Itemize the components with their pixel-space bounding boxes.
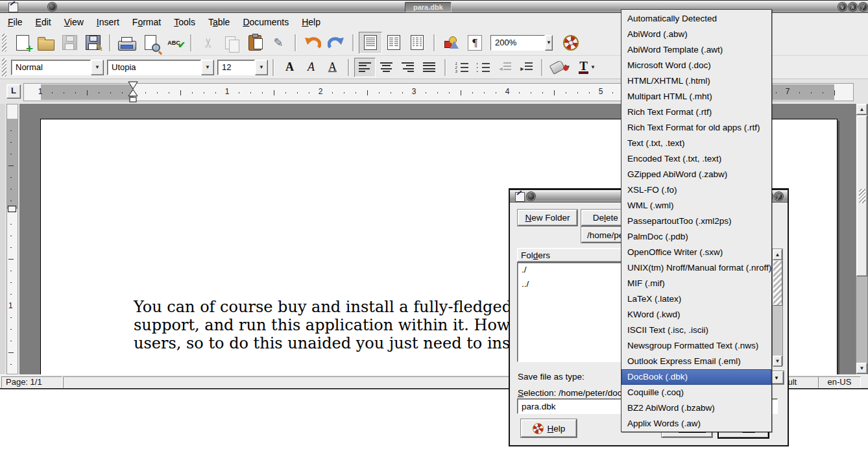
undo-button[interactable] [301,32,324,54]
align-justify-button[interactable] [418,58,440,77]
redo-button[interactable] [324,32,348,54]
highlight-color-button[interactable]: ▼ [548,58,573,77]
print-preview-button[interactable] [139,32,162,54]
new-document-button[interactable] [11,32,34,54]
text-color-button[interactable]: T▼ [573,58,601,77]
window-menu-button[interactable] [48,3,56,11]
folder-item[interactable]: ./ [518,263,625,277]
columns-3-button[interactable] [405,32,429,54]
file-type-option[interactable]: BZ2 AbiWord (.bzabw) [621,400,771,416]
file-type-option[interactable]: Outlook Express Email (.eml) [621,354,771,369]
menu-item[interactable]: Documents [243,17,289,27]
help-button[interactable] [559,32,583,54]
file-type-option[interactable]: Automatically Detected [621,11,771,27]
file-type-option[interactable]: Multipart HTML (.mht) [621,89,771,104]
menu-item[interactable]: File [8,17,23,27]
scroll-up-button[interactable]: ▲ [856,104,867,115]
zoom-combo[interactable]: ▼ [490,35,553,51]
print-button[interactable] [115,32,139,54]
files-scrollbar-thumb[interactable] [773,260,782,306]
menu-item[interactable]: Table [208,17,230,27]
tab-selector-button[interactable]: L [6,84,21,99]
font-size-dropdown-arrow[interactable]: ▼ [255,60,268,75]
menu-item[interactable]: View [64,17,84,27]
numbered-list-button[interactable]: 123 [451,58,472,77]
columns-1-button[interactable] [359,32,382,54]
bullet-list-button[interactable]: ••• [472,58,494,77]
formatting-marks-button[interactable]: ¶ [463,32,487,54]
zoom-dropdown-arrow[interactable]: ▼ [545,35,553,51]
files-scrollbar[interactable]: ▲ ▼ [772,249,783,366]
toolbar-grip[interactable] [2,58,6,77]
file-type-option[interactable]: PalmDoc (.pdb) [621,229,771,245]
menu-item[interactable]: Tools [174,17,195,27]
align-left-button[interactable] [354,58,376,77]
dialog-close-button[interactable]: ╱ [775,192,783,201]
increase-indent-button[interactable]: ► [515,58,536,77]
font-combo[interactable]: Utopia ▼ [107,60,214,75]
vertical-scrollbar[interactable]: ▲ ▼ [856,104,867,374]
scrollbar-thumb[interactable] [856,116,867,276]
vertical-ruler[interactable]: 1 [5,104,19,374]
file-type-option[interactable]: WML (.wml) [621,198,771,213]
pen-tool-button[interactable]: ✎ [267,32,290,54]
file-type-option[interactable]: GZipped AbiWord (.zabw) [621,167,771,182]
columns-2-button[interactable] [382,32,405,54]
underline-button[interactable]: A [322,58,343,77]
zoom-input[interactable] [490,35,545,51]
new-folder-button[interactable]: New Folder [518,210,577,226]
file-type-option[interactable]: ISCII Text (.isc, .iscii) [621,323,771,338]
file-type-option[interactable]: Rich Text Format (.rtf) [621,104,771,120]
menu-item[interactable]: Format [132,17,161,27]
file-type-option[interactable]: Coquille (.coq) [621,385,771,400]
window-shade-button[interactable]: ∨ [838,3,847,11]
top-margin-marker[interactable] [8,206,16,212]
file-type-option[interactable]: Microsoft Word (.doc) [621,58,771,73]
file-type-option[interactable]: LaTeX (.latex) [621,291,771,307]
file-type-option[interactable]: HTML/XHTML (.html) [621,73,771,89]
menu-item[interactable]: Edit [36,17,51,27]
file-type-option[interactable]: UNIX(tm) Nroff/Manual format (.nroff) [621,260,771,276]
spellcheck-button[interactable]: ABC✔ [162,32,186,54]
file-type-option[interactable]: MIF (.mif) [621,276,771,291]
style-dropdown-arrow[interactable]: ▼ [91,60,104,75]
dialog-menu-button[interactable] [527,192,535,201]
shapes-button[interactable] [440,32,463,54]
file-type-option[interactable]: KWord (.kwd) [621,307,771,323]
file-type-option[interactable]: Newsgroup Formatted Text (.nws) [621,338,771,354]
menu-item[interactable]: Help [302,17,320,27]
scroll-down-button[interactable]: ▼ [856,363,867,374]
align-center-button[interactable] [376,58,397,77]
dialog-help-button[interactable]: Help [521,419,577,437]
folder-item[interactable]: ../ [518,277,625,291]
paste-button[interactable] [243,32,267,54]
save-as-button[interactable]: ✎ [81,32,104,54]
open-button[interactable] [34,32,58,54]
toolbar-grip[interactable] [2,34,6,52]
bold-button[interactable]: A [279,58,300,77]
file-type-option[interactable]: Rich Text Format for old apps (.rtf) [621,120,771,136]
folders-column-header[interactable]: Folders [517,248,625,262]
indent-markers[interactable] [128,81,139,104]
file-type-option[interactable]: PassepartoutToo (.xml2ps) [621,213,771,229]
menu-item[interactable]: Insert [97,17,119,27]
files-scroll-up-button[interactable]: ▲ [773,249,782,260]
window-close-button[interactable]: ╱ [859,3,867,11]
window-maximize-button[interactable]: ∧ [849,3,857,11]
italic-button[interactable]: A [300,58,322,77]
style-combo[interactable]: Normal ▼ [11,60,104,75]
align-right-button[interactable] [397,58,418,77]
language-indicator[interactable]: en-US [818,376,861,388]
files-scroll-down-button[interactable]: ▼ [773,356,782,367]
file-type-option[interactable]: XSL-FO (.fo) [621,182,771,198]
font-size-combo[interactable]: 12 ▼ [217,60,268,75]
text-color-dropdown-arrow[interactable]: ▼ [590,64,596,70]
file-type-option[interactable]: AbiWord Template (.awt) [621,42,771,58]
file-type-option[interactable]: Encoded Text (.txt, .text) [621,151,771,167]
file-type-option[interactable]: Text (.txt, .text) [621,136,771,151]
file-type-option[interactable]: DocBook (.dbk) [621,369,771,385]
file-type-option[interactable]: AbiWord (.abw) [621,27,771,42]
font-dropdown-arrow[interactable]: ▼ [201,60,214,75]
file-type-option[interactable]: OpenOffice Writer (.sxw) [621,245,771,260]
file-type-option[interactable]: Applix Words (.aw) [621,416,771,432]
